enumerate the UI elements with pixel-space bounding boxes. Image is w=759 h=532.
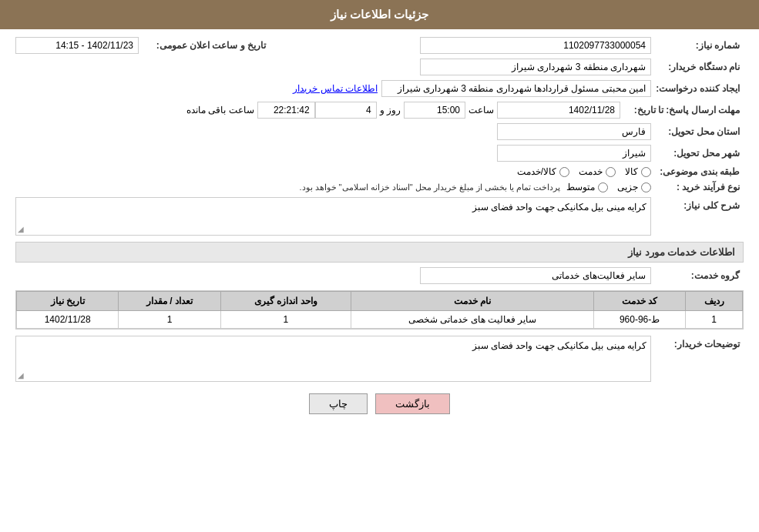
- shomare-niaz-field: 1102097733000054: [420, 37, 651, 54]
- announce-date-value: 1402/11/23 - 14:15: [55, 40, 133, 51]
- radio-kala-khedmat[interactable]: [559, 167, 569, 177]
- services-table: ردیف کد خدمت نام خدمت واحد اندازه گیری ت…: [16, 291, 743, 329]
- table-header: ردیف کد خدمت نام خدمت واحد اندازه گیری ت…: [17, 292, 743, 311]
- tozihat-value: کرایه مینی بیل مکانیکی جهت واحد فضای سبز: [472, 340, 646, 351]
- col-kod-khedmat: کد خدمت: [593, 292, 685, 311]
- tabaqe-khedmat[interactable]: خدمت: [579, 166, 616, 177]
- radio-khedmat[interactable]: [606, 167, 616, 177]
- ijad-konande-row: ایجاد کننده درخواست: امین محبتی مسئول قر…: [15, 80, 744, 97]
- sharh-koli-label: شرح کلی نیاز:: [651, 200, 744, 211]
- shahr-field: شیراز: [497, 145, 651, 162]
- tozihat-row: توضیحات خریدار: کرایه مینی بیل مکانیکی ج…: [15, 336, 744, 382]
- mohlat-label: مهلت ارسال پاسخ: تا تاریخ:: [620, 105, 744, 115]
- jozi-label: جزیی: [617, 182, 638, 192]
- noe-farayand-row: نوع فرآیند خرید : جزیی متوسط پرداخت تمام…: [15, 182, 744, 192]
- shomare-niaz-value: 1102097733000054: [563, 40, 646, 51]
- cell-vahed: 1: [220, 311, 351, 329]
- cell-kod-khedmat: ط-96-960: [593, 311, 685, 329]
- kala-khedmat-label: کالا/خدمت: [517, 166, 556, 177]
- ijad-konande-value: امین محبتی مسئول قراردادها شهرداری منطقه…: [398, 83, 646, 94]
- khedmat-label: خدمت: [579, 166, 603, 177]
- cell-nam-khedmat: سایر فعالیت های خدماتی شخصی: [351, 311, 594, 329]
- nam-dastgah-value: شهرداری منطقه 3 شهرداری شیراز: [512, 62, 646, 72]
- col-tedad: تعداد / مقدار: [119, 292, 220, 311]
- shomare-niaz-row: شماره نیاز: 1102097733000054 تاریخ و ساع…: [15, 37, 744, 54]
- shomare-niaz-label: شماره نیاز:: [651, 40, 744, 51]
- mohlat-row: مهلت ارسال پاسخ: تا تاریخ: 1402/11/28 سا…: [15, 102, 744, 119]
- nam-dastgah-field: شهرداری منطقه 3 شهرداری شیراز: [420, 59, 651, 75]
- noe-farayand-radio-group: جزیی متوسط: [566, 182, 651, 192]
- motevaset-label: متوسط: [566, 182, 595, 192]
- saat-baghi-label: ساعت باقی مانده: [186, 105, 254, 115]
- tabaqe-kala-khedmat[interactable]: کالا/خدمت: [517, 166, 569, 177]
- service-info-title: اطلاعات خدمات مورد نیاز: [15, 242, 744, 263]
- radio-kala[interactable]: [641, 167, 651, 177]
- ostan-row: استان محل تحویل: فارس: [15, 123, 744, 140]
- sharh-koli-value: کرایه مینی بیل مکانیکی جهت واحد فضای سبز: [472, 202, 646, 212]
- etelaat-tamas-link[interactable]: اطلاعات تماس خریدار: [293, 83, 378, 94]
- farayand-jozi[interactable]: جزیی: [617, 182, 651, 192]
- table-body: 1 ط-96-960 سایر فعالیت های خدماتی شخصی 1…: [17, 311, 743, 329]
- page-header: جزئیات اطلاعات نیاز: [0, 0, 759, 29]
- farayand-note: پرداخت تمام یا بخشی از مبلغ خریدار محل "…: [299, 182, 560, 192]
- nam-dastgah-label: نام دستگاه خریدار:: [651, 62, 744, 72]
- grohe-khedmat-label: گروه خدمت:: [651, 270, 744, 281]
- mohlat-roz-field: 4: [315, 102, 377, 119]
- farayand-motevaset[interactable]: متوسط: [566, 182, 608, 192]
- button-row: بازگشت چاپ: [15, 393, 744, 414]
- tabaqe-row: طبقه بندی موضوعی: کالا خدمت کالا/خدمت: [15, 166, 744, 177]
- tabaqe-radio-group: کالا خدمت کالا/خدمت: [517, 166, 651, 177]
- shahr-label: شهر محل تحویل:: [651, 148, 744, 159]
- ijad-konande-field: امین محبتی مسئول قراردادها شهرداری منطقه…: [381, 80, 651, 97]
- table-row: 1 ط-96-960 سایر فعالیت های خدماتی شخصی 1…: [17, 311, 743, 329]
- saat-label: ساعت: [468, 105, 494, 115]
- back-button[interactable]: بازگشت: [375, 393, 450, 414]
- cell-tedad: 1: [119, 311, 220, 329]
- grohe-khedmat-field: سایر فعالیت‌های خدماتی: [420, 267, 651, 284]
- grohe-khedmat-row: گروه خدمت: سایر فعالیت‌های خدماتی: [15, 267, 744, 284]
- shahr-value: شیراز: [623, 148, 646, 159]
- countdown-field: 22:21:42: [257, 102, 315, 119]
- shahr-row: شهر محل تحویل: شیراز: [15, 145, 744, 162]
- page-title: جزئیات اطلاعات نیاز: [331, 8, 428, 21]
- nam-dastgah-row: نام دستگاه خریدار: شهرداری منطقه 3 شهردا…: [15, 59, 744, 75]
- kala-label: کالا: [625, 166, 638, 177]
- col-vahed: واحد اندازه گیری: [220, 292, 351, 311]
- col-nam-khedmat: نام خدمت: [351, 292, 594, 311]
- mohlat-time-value: 15:00: [437, 105, 460, 115]
- col-tarikh: تاریخ نیاز: [17, 292, 119, 311]
- tabaqe-label: طبقه بندی موضوعی:: [651, 166, 744, 177]
- ostan-value: فارس: [622, 126, 646, 137]
- announce-date-field: 1402/11/23 - 14:15: [15, 37, 139, 54]
- noe-farayand-label: نوع فرآیند خرید :: [651, 182, 744, 192]
- roz-label: روز و: [380, 105, 401, 115]
- radio-jozi[interactable]: [641, 182, 651, 192]
- tabaqe-kala[interactable]: کالا: [625, 166, 651, 177]
- sharh-koli-row: شرح کلی نیاز: کرایه مینی بیل مکانیکی جهت…: [15, 197, 744, 236]
- radio-motevaset[interactable]: [598, 182, 608, 192]
- announce-date-label: تاریخ و ساعت اعلان عمومی:: [139, 40, 270, 51]
- countdown-value: 22:21:42: [274, 105, 310, 115]
- services-table-container: ردیف کد خدمت نام خدمت واحد اندازه گیری ت…: [15, 290, 744, 330]
- cell-radif: 1: [686, 311, 743, 329]
- mohlat-time-field: 15:00: [404, 102, 465, 119]
- col-radif: ردیف: [686, 292, 743, 311]
- content-area: شماره نیاز: 1102097733000054 تاریخ و ساع…: [0, 29, 759, 430]
- ostan-label: استان محل تحویل:: [651, 126, 744, 137]
- mohlat-date-value: 1402/11/28: [569, 105, 615, 115]
- grohe-khedmat-value: سایر فعالیت‌های خدماتی: [552, 270, 646, 281]
- print-button[interactable]: چاپ: [309, 393, 368, 414]
- mohlat-date-field: 1402/11/28: [497, 102, 620, 119]
- tozihat-label: توضیحات خریدار:: [651, 339, 744, 350]
- ostan-field: فارس: [497, 123, 651, 140]
- cell-tarikh: 1402/11/28: [17, 311, 119, 329]
- mohlat-roz-value: 4: [366, 105, 371, 115]
- ijad-konande-label: ایجاد کننده درخواست:: [651, 83, 744, 94]
